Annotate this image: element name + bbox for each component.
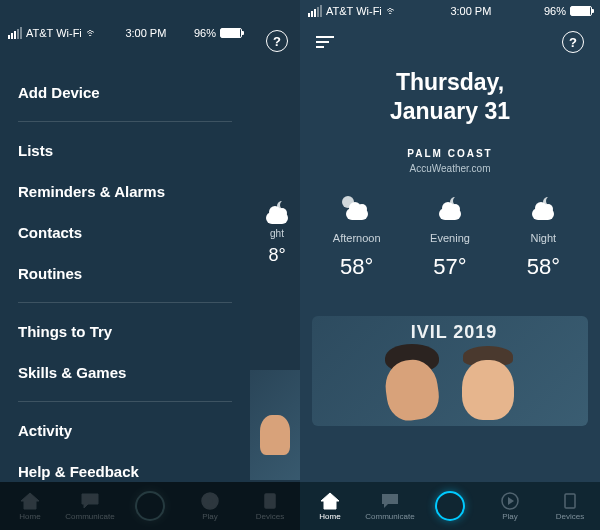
alexa-icon xyxy=(135,491,165,521)
chat-icon xyxy=(380,492,400,510)
signal-icon xyxy=(308,5,322,17)
tab-devices[interactable]: Devices xyxy=(540,492,600,521)
tab-label: Communicate xyxy=(365,512,414,521)
battery-pct: 96% xyxy=(194,27,216,39)
alexa-icon xyxy=(435,491,465,521)
phone-right: AT&T Wi-Fi ᯤ 3:00 PM 96% ? Thursday, Jan… xyxy=(300,0,600,530)
carrier-label: AT&T Wi-Fi xyxy=(26,27,82,39)
phone-left: ? ght 8° AT&T Wi-Fi ᯤ 3:00 PM 96% Add De… xyxy=(0,0,300,530)
drawer-item-things-to-try[interactable]: Things to Try xyxy=(18,311,250,352)
tab-label: Home xyxy=(319,512,340,521)
help-glyph: ? xyxy=(273,34,281,49)
tab-alexa[interactable] xyxy=(120,491,180,521)
tab-alexa[interactable] xyxy=(420,491,480,521)
bottom-tab-bar: Home Communicate Play Devices xyxy=(0,482,300,530)
devices-icon xyxy=(560,492,580,510)
carrier-label: AT&T Wi-Fi xyxy=(326,5,382,17)
tab-label: Play xyxy=(502,512,518,521)
forecast-afternoon[interactable]: Afternoon 58° xyxy=(310,196,403,280)
clock: 3:00 PM xyxy=(450,5,491,17)
cloud-moon-icon xyxy=(433,196,467,222)
bottom-tab-bar: Home Communicate Play Devices xyxy=(300,482,600,530)
devices-icon xyxy=(260,492,280,510)
tab-play[interactable]: Play xyxy=(180,492,240,521)
tab-home[interactable]: Home xyxy=(0,492,60,521)
forecast-label: Night xyxy=(530,232,556,244)
svg-marker-0 xyxy=(21,493,39,509)
help-glyph: ? xyxy=(569,35,577,50)
drawer-item-contacts[interactable]: Contacts xyxy=(18,212,250,253)
help-icon[interactable]: ? xyxy=(562,31,584,53)
clock: 3:00 PM xyxy=(125,27,166,39)
play-icon xyxy=(500,492,520,510)
home-icon xyxy=(320,492,340,510)
wifi-icon: ᯤ xyxy=(386,4,398,18)
help-icon[interactable]: ? xyxy=(266,30,288,52)
nav-drawer: AT&T Wi-Fi ᯤ 3:00 PM 96% Add Device List… xyxy=(0,0,250,530)
date-line-1: Thursday, xyxy=(300,68,600,97)
peek-content-card xyxy=(250,370,300,480)
status-bar: AT&T Wi-Fi ᯤ 3:00 PM 96% xyxy=(0,22,250,44)
drawer-item-add-device[interactable]: Add Device xyxy=(18,72,250,113)
tab-devices[interactable]: Devices xyxy=(240,492,300,521)
forecast-temp: 58° xyxy=(527,254,560,280)
forecast-night[interactable]: Night 58° xyxy=(497,196,590,280)
forecast-row: Afternoon 58° Evening 57° Night 58° xyxy=(300,196,600,280)
svg-rect-7 xyxy=(565,494,575,508)
weather-source: AccuWeather.com xyxy=(300,163,600,174)
wifi-icon: ᯤ xyxy=(86,26,98,40)
forecast-temp: 57° xyxy=(433,254,466,280)
divider xyxy=(18,401,232,402)
forecast-evening[interactable]: Evening 57° xyxy=(403,196,496,280)
drawer-item-lists[interactable]: Lists xyxy=(18,130,250,171)
tab-label: Play xyxy=(202,512,218,521)
signal-icon xyxy=(8,27,22,39)
date-line-2: January 31 xyxy=(300,97,600,126)
forecast-label: Evening xyxy=(430,232,470,244)
peek-temp: 8° xyxy=(260,245,294,266)
drawer-item-reminders[interactable]: Reminders & Alarms xyxy=(18,171,250,212)
drawer-item-activity[interactable]: Activity xyxy=(18,410,250,451)
battery-icon xyxy=(220,28,242,38)
card-image xyxy=(312,346,588,426)
tab-label: Home xyxy=(19,512,40,521)
forecast-label: Afternoon xyxy=(333,232,381,244)
menu-button[interactable] xyxy=(316,36,334,48)
tab-play[interactable]: Play xyxy=(480,492,540,521)
app-bar: ? xyxy=(300,22,600,62)
battery-icon xyxy=(570,6,592,16)
tab-label: Communicate xyxy=(65,512,114,521)
location-label: PALM COAST xyxy=(300,148,600,159)
cloud-sun-icon xyxy=(340,196,374,222)
peek-label: ght xyxy=(260,228,294,239)
tab-communicate[interactable]: Communicate xyxy=(60,492,120,521)
date-title: Thursday, January 31 xyxy=(300,68,600,126)
drawer-item-skills-games[interactable]: Skills & Games xyxy=(18,352,250,393)
content-card[interactable]: IVIL 2019 xyxy=(312,316,588,426)
tab-communicate[interactable]: Communicate xyxy=(360,492,420,521)
cloud-moon-icon xyxy=(260,200,294,226)
home-icon xyxy=(20,492,40,510)
divider xyxy=(18,121,232,122)
tab-home[interactable]: Home xyxy=(300,492,360,521)
svg-marker-4 xyxy=(321,493,339,509)
svg-marker-6 xyxy=(508,497,514,505)
status-bar: AT&T Wi-Fi ᯤ 3:00 PM 96% xyxy=(300,0,600,22)
play-icon xyxy=(200,492,220,510)
divider xyxy=(18,302,232,303)
card-banner-text: IVIL 2019 xyxy=(312,322,588,343)
chat-icon xyxy=(80,492,100,510)
tab-label: Devices xyxy=(256,512,284,521)
forecast-temp: 58° xyxy=(340,254,373,280)
drawer-item-routines[interactable]: Routines xyxy=(18,253,250,294)
home-screen: Thursday, January 31 PALM COAST AccuWeat… xyxy=(300,62,600,426)
svg-rect-3 xyxy=(265,494,275,508)
battery-pct: 96% xyxy=(544,5,566,17)
tab-label: Devices xyxy=(556,512,584,521)
peek-weather: ght 8° xyxy=(260,200,294,266)
cloud-moon-icon xyxy=(526,196,560,222)
